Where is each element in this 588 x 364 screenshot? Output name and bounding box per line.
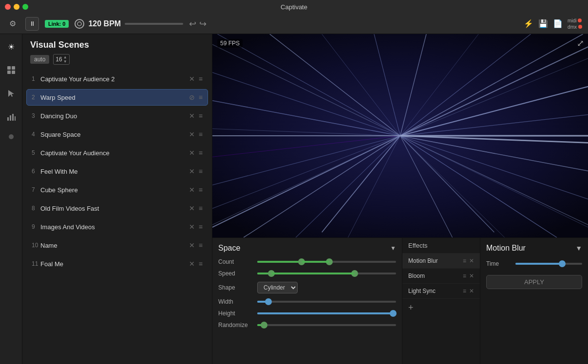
scene-drag-icon[interactable]: ≡ <box>199 204 203 212</box>
motion-blur-header: Motion Blur ▼ <box>486 244 582 253</box>
scene-remove-icon[interactable]: ✕ <box>189 241 195 249</box>
scene-drag-icon[interactable]: ≡ <box>199 130 203 138</box>
effect-close-icon[interactable]: ✕ <box>469 257 474 264</box>
scene-item[interactable]: 11Foal Me✕≡ <box>26 255 208 272</box>
scene-actions: ✕≡ <box>189 260 203 268</box>
scene-drag-icon[interactable]: ≡ <box>199 186 203 194</box>
motion-blur-dropdown[interactable]: ▼ <box>575 244 582 252</box>
width-slider[interactable] <box>257 301 396 303</box>
dmx-label: dmx <box>568 24 577 30</box>
redo-button[interactable]: ↪ <box>199 18 207 29</box>
sidebar-icon-chart[interactable] <box>3 109 19 125</box>
scene-number: 1 <box>32 75 40 82</box>
scenes-panel: Visual Scenes auto 16 ▲ ▼ 1Captivate You… <box>22 34 212 364</box>
effect-name-light-sync: Light Sync <box>408 288 463 294</box>
scene-item[interactable]: 7Cube Sphere✕≡ <box>26 182 208 198</box>
space-dropdown-icon[interactable]: ▼ <box>390 245 396 252</box>
scene-remove-icon[interactable]: ✕ <box>189 75 195 83</box>
effect-item-bloom[interactable]: Bloom ≡ ✕ <box>402 269 480 284</box>
save-icon[interactable]: 💾 <box>538 19 548 28</box>
count-slider[interactable] <box>257 261 396 263</box>
scene-actions: ✕≡ <box>189 75 203 83</box>
add-effect-button[interactable]: + <box>402 299 480 317</box>
scene-number: 5 <box>32 149 40 156</box>
scene-remove-icon[interactable]: ✕ <box>189 149 195 157</box>
sidebar-scroll-indicator <box>9 134 14 139</box>
sidebar-icon-light[interactable]: ☀ <box>3 39 19 55</box>
main-content: ☀ Visual Scenes auto <box>0 34 588 364</box>
scene-drag-icon[interactable]: ≡ <box>199 223 203 231</box>
scene-remove-icon[interactable]: ✕ <box>189 204 195 212</box>
maximize-button[interactable] <box>22 4 28 10</box>
star-field-svg <box>212 34 588 237</box>
scene-drag-icon[interactable]: ≡ <box>199 260 203 268</box>
scene-name: Captivate Your Audience 2 <box>40 75 189 83</box>
export-icon[interactable]: 📄 <box>553 19 563 28</box>
scene-remove-icon[interactable]: ✕ <box>189 260 195 268</box>
effect-item-light-sync[interactable]: Light Sync ≡ ✕ <box>402 284 480 299</box>
scene-drag-icon[interactable]: ≡ <box>199 75 203 83</box>
apply-button[interactable]: APPLY <box>486 275 582 289</box>
scene-name: Captivate Your Audience <box>40 149 189 157</box>
effect-lightsync-reorder-icon[interactable]: ≡ <box>463 288 466 294</box>
scene-remove-icon[interactable]: ✕ <box>189 223 195 231</box>
height-thumb[interactable] <box>390 310 397 317</box>
scene-drag-icon[interactable]: ≡ <box>199 149 203 157</box>
height-slider[interactable] <box>257 312 396 314</box>
scene-item[interactable]: 3Dancing Duo✕≡ <box>26 108 208 124</box>
effect-bloom-close-icon[interactable]: ✕ <box>469 273 474 279</box>
scene-drag-icon[interactable]: ≡ <box>199 167 203 175</box>
scene-number: 10 <box>32 242 40 249</box>
scene-remove-icon[interactable]: ✕ <box>189 167 195 175</box>
scene-item[interactable]: 5Captivate Your Audience✕≡ <box>26 145 208 161</box>
scene-number: 6 <box>32 168 40 175</box>
pause-button[interactable]: ⏸ <box>25 17 39 31</box>
bpm-value[interactable]: 120 BPM <box>88 19 121 28</box>
settings-button[interactable]: ⚙ <box>6 17 19 31</box>
scene-drag-icon[interactable]: ≡ <box>199 241 203 249</box>
effect-item-motion-blur[interactable]: Motion Blur ≡ ✕ <box>402 254 480 269</box>
randomize-thumb[interactable] <box>261 322 267 328</box>
close-button[interactable] <box>5 4 11 10</box>
scene-item[interactable]: 10Name✕≡ <box>26 237 208 254</box>
scene-active-indicator: ⊘ <box>189 93 195 101</box>
scene-item[interactable]: 8Old Film Videos Fast✕≡ <box>26 200 208 217</box>
expand-button[interactable]: ⤢ <box>577 38 584 49</box>
midi-label: midi <box>568 18 576 23</box>
effect-reorder-icon[interactable]: ≡ <box>463 257 466 264</box>
scene-item[interactable]: 2Warp Speed⊘≡ <box>26 89 208 106</box>
auto-badge[interactable]: auto <box>30 55 49 64</box>
scene-drag-icon[interactable]: ≡ <box>199 93 203 101</box>
num-control[interactable]: 16 ▲ ▼ <box>53 54 69 65</box>
shape-select[interactable]: Cylinder Sphere Plane <box>257 282 298 293</box>
minimize-button[interactable] <box>14 4 19 10</box>
toolbar-right: ⚡ 💾 📄 midi dmx <box>524 18 582 30</box>
sidebar-icon-cursor[interactable] <box>3 86 19 101</box>
scene-actions: ⊘≡ <box>189 93 203 101</box>
scene-item[interactable]: 9Images And Videos✕≡ <box>26 218 208 235</box>
scene-item[interactable]: 4Square Space✕≡ <box>26 126 208 143</box>
effect-lightsync-close-icon[interactable]: ✕ <box>469 288 474 294</box>
effect-bloom-reorder-icon[interactable]: ≡ <box>463 273 466 279</box>
num-arrows[interactable]: ▲ ▼ <box>63 55 67 64</box>
time-thumb[interactable] <box>559 260 566 267</box>
link-badge[interactable]: Link: 0 <box>45 20 69 28</box>
undo-button[interactable]: ↩ <box>189 18 196 29</box>
scenes-list[interactable]: 1Captivate Your Audience 2✕≡2Warp Speed⊘… <box>22 69 212 364</box>
randomize-slider[interactable] <box>257 324 396 326</box>
scene-item[interactable]: 6Feel With Me✕≡ <box>26 163 208 180</box>
bottom-controls: Space ▼ Count Speed <box>212 237 588 364</box>
scene-remove-icon[interactable]: ✕ <box>189 112 195 120</box>
scene-number: 11 <box>32 260 40 267</box>
scene-item[interactable]: 1Captivate Your Audience 2✕≡ <box>26 71 208 87</box>
scene-remove-icon[interactable]: ✕ <box>189 186 195 194</box>
scene-drag-icon[interactable]: ≡ <box>199 112 203 120</box>
scene-remove-icon[interactable]: ✕ <box>189 130 195 138</box>
speed-slider[interactable] <box>257 273 396 274</box>
sidebar-icon-scenes[interactable] <box>3 62 19 78</box>
effect-actions-bloom: ≡ ✕ <box>463 273 474 279</box>
count-control: Count <box>218 258 396 265</box>
width-thumb[interactable] <box>265 298 272 305</box>
scene-actions: ✕≡ <box>189 223 203 231</box>
time-slider[interactable] <box>515 263 582 265</box>
